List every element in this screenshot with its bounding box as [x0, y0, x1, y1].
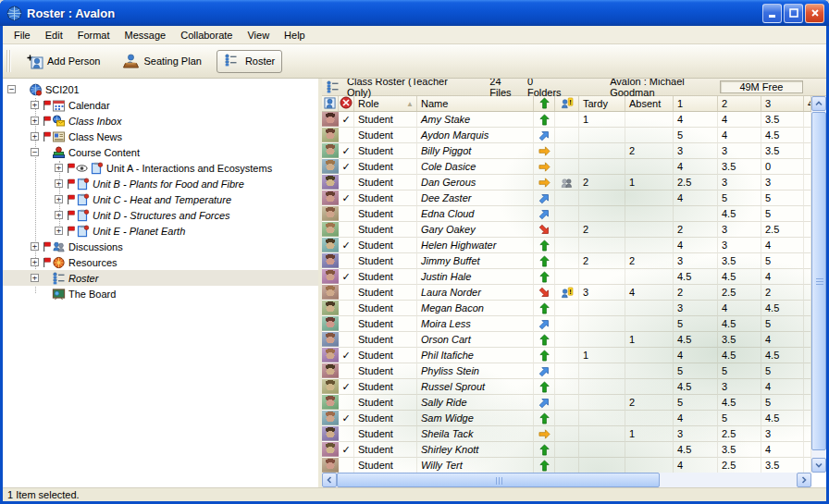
column-header-grade-4[interactable]: 4: [804, 96, 811, 111]
name-cell[interactable]: Sheila Tack: [417, 426, 534, 442]
name-cell[interactable]: Phyliss Stein: [417, 363, 534, 379]
vertical-scroll-thumb[interactable]: [811, 112, 826, 450]
attendance-check[interactable]: [339, 175, 354, 191]
attendance-check[interactable]: ✓: [339, 143, 354, 159]
expand-box[interactable]: +: [55, 227, 63, 235]
roster-row[interactable]: StudentPhyliss Stein555: [322, 363, 811, 379]
roster-row[interactable]: StudentGary Oakey2232.5: [322, 222, 811, 238]
collapse-box[interactable]: −: [31, 148, 39, 156]
menu-format[interactable]: Format: [70, 28, 118, 43]
title-bar[interactable]: Roster : Avalon: [0, 0, 829, 26]
attendance-check[interactable]: ✓: [339, 379, 354, 395]
expand-box[interactable]: +: [55, 211, 63, 219]
attendance-check[interactable]: ✓: [339, 112, 354, 128]
name-cell[interactable]: Megan Bacon: [417, 301, 534, 316]
name-cell[interactable]: Dee Zaster: [417, 191, 534, 206]
column-header-absent[interactable]: Absent: [625, 96, 674, 111]
attendance-check[interactable]: ✓: [339, 348, 354, 363]
roster-row[interactable]: ✓StudentDee Zaster455: [322, 191, 811, 206]
name-cell[interactable]: Dan Gerous: [417, 175, 534, 191]
roster-row[interactable]: ✓StudentHelen Highwater434: [322, 238, 811, 253]
column-header-alert[interactable]: !: [555, 96, 579, 111]
roster-row[interactable]: StudentEdna Cloud4.55: [322, 206, 811, 222]
tree-item-class-inbox[interactable]: +Class Inbox: [3, 113, 318, 129]
expand-box[interactable]: +: [31, 274, 39, 282]
attendance-check[interactable]: [339, 316, 354, 332]
name-cell[interactable]: Gary Oakey: [417, 222, 534, 238]
tree-item-roster[interactable]: +Roster: [3, 270, 318, 286]
menu-collaborate[interactable]: Collaborate: [173, 28, 240, 43]
roster-row[interactable]: ✓StudentAmy Stake1443.5: [322, 112, 811, 128]
column-header-blocked[interactable]: [339, 96, 354, 111]
column-header-tardy[interactable]: Tardy: [579, 96, 625, 111]
expand-box[interactable]: +: [55, 179, 63, 188]
tree-item-sci201[interactable]: −SCI201: [3, 81, 318, 97]
roster-row[interactable]: StudentOrson Cart14.53.54: [322, 332, 811, 348]
add-person-button[interactable]: Add Person: [19, 50, 107, 73]
roster-row[interactable]: StudentMegan Bacon344.5: [322, 301, 811, 316]
scroll-left-button[interactable]: [322, 473, 337, 487]
maximize-button[interactable]: [784, 4, 803, 23]
attendance-check[interactable]: ✓: [339, 238, 354, 253]
expand-box[interactable]: +: [31, 132, 39, 141]
attendance-check[interactable]: [339, 206, 354, 222]
tree-item-unit-c-heat-and-temperature[interactable]: +Unit C - Heat and Temperature: [3, 191, 318, 207]
menu-edit[interactable]: Edit: [38, 28, 70, 43]
horizontal-scroll-thumb[interactable]: [337, 473, 660, 487]
roster-row[interactable]: StudentSally Ride254.55: [322, 395, 811, 411]
column-header-grade-3[interactable]: 3: [761, 96, 804, 111]
name-cell[interactable]: Amy Stake: [417, 112, 534, 128]
scroll-down-button[interactable]: [811, 458, 826, 473]
column-header-grade-2[interactable]: 2: [718, 96, 761, 111]
scroll-up-button[interactable]: [811, 96, 826, 111]
name-cell[interactable]: Orson Cart: [417, 332, 534, 348]
tree-item-discussions[interactable]: +Discussions: [3, 239, 318, 254]
menu-message[interactable]: Message: [118, 28, 174, 43]
roster-row[interactable]: StudentDan Gerous212.533: [322, 175, 811, 191]
roster-row[interactable]: StudentLaura Norder!3422.52: [322, 285, 811, 301]
name-cell[interactable]: Sally Ride: [417, 395, 534, 411]
roster-row[interactable]: StudentMoira Less54.55: [322, 316, 811, 332]
expand-box[interactable]: +: [55, 195, 63, 203]
name-cell[interactable]: Jimmy Buffet: [417, 253, 534, 269]
tree-item-class-news[interactable]: +Class News: [3, 129, 318, 144]
roster-row[interactable]: ✓StudentCole Dasice43.50: [322, 159, 811, 175]
seating-plan-button[interactable]: Seating Plan: [115, 50, 208, 73]
menu-view[interactable]: View: [240, 28, 277, 43]
tree-item-unit-e-planet-earth[interactable]: +Unit E - Planet Earth: [3, 223, 318, 239]
roster-row[interactable]: ✓StudentShirley Knott4.53.54: [322, 442, 811, 458]
menu-file[interactable]: File: [6, 28, 38, 43]
name-cell[interactable]: Moira Less: [417, 316, 534, 332]
tree-item-unit-d-structures-and-forces[interactable]: +Unit D - Structures and Forces: [3, 207, 318, 223]
roster-row[interactable]: ✓StudentBilly Piggot2333.5: [322, 143, 811, 159]
column-header-role[interactable]: Role▲: [354, 96, 417, 111]
name-cell[interactable]: Helen Highwater: [417, 238, 534, 253]
tree-item-the-board[interactable]: The Board: [3, 286, 318, 301]
roster-row[interactable]: StudentAydon Marquis544.5: [322, 128, 811, 143]
column-header-avatar[interactable]: [322, 96, 339, 111]
name-cell[interactable]: Shirley Knott: [417, 442, 534, 458]
roster-row[interactable]: StudentWilly Tert42.53.5: [322, 458, 811, 473]
column-header-trend[interactable]: [534, 96, 555, 111]
collapse-box[interactable]: −: [7, 85, 16, 93]
tree-item-calendar[interactable]: +Calendar: [3, 97, 318, 113]
roster-row[interactable]: ✓StudentJustin Hale4.54.54: [322, 269, 811, 285]
tree-item-course-content[interactable]: −Course Content: [3, 144, 318, 160]
name-cell[interactable]: Laura Norder: [417, 285, 534, 301]
roster-row[interactable]: StudentJimmy Buffet2233.55: [322, 253, 811, 269]
column-header-name[interactable]: Name: [417, 96, 534, 111]
tree-item-unit-b-plants-for-food-and-fibre[interactable]: +Unit B - Plants for Food and Fibre: [3, 176, 318, 191]
attendance-check[interactable]: [339, 458, 354, 473]
attendance-check[interactable]: [339, 301, 354, 316]
attendance-check[interactable]: [339, 395, 354, 411]
attendance-check[interactable]: [339, 332, 354, 348]
vertical-scrollbar[interactable]: [811, 96, 826, 473]
attendance-check[interactable]: ✓: [339, 442, 354, 458]
attendance-check[interactable]: ✓: [339, 191, 354, 206]
attendance-check[interactable]: [339, 128, 354, 143]
attendance-check[interactable]: [339, 285, 354, 301]
expand-box[interactable]: +: [55, 164, 63, 172]
attendance-check[interactable]: [339, 426, 354, 442]
name-cell[interactable]: Edna Cloud: [417, 206, 534, 222]
attendance-check[interactable]: [339, 253, 354, 269]
